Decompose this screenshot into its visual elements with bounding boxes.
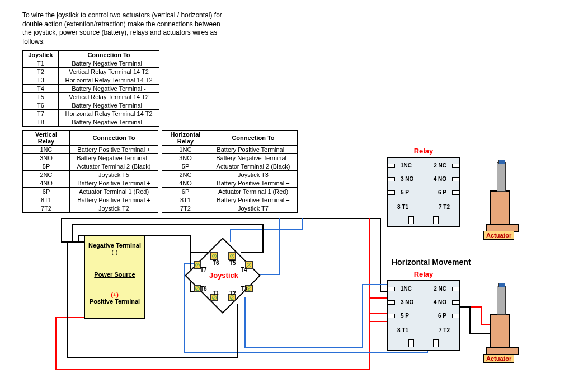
table-row: T7Horizontal Relay Terminal 14 T2: [23, 110, 159, 118]
table-row: 2NCJoystick T3: [162, 171, 298, 179]
table-row: 1NCBattery Positive Terminal +: [23, 146, 158, 154]
table-row: 6PActuator Terminal 1 (Red): [162, 188, 298, 196]
table-cell: Joystick T7: [209, 204, 298, 213]
table-row: 3NOBattery Negative Terminal -: [23, 154, 158, 162]
table-cell: Battery Positive Terminal +: [70, 196, 158, 204]
intro-text: To wire the joystick to control two actu…: [22, 11, 224, 46]
table-row: 7T2Joystick T2: [23, 204, 158, 213]
table-row: 8T1Battery Positive Terminal +: [23, 196, 158, 204]
table-row: 3NOBattery Negative Terminal -: [162, 154, 298, 162]
table-row: 2NCJoystick T5: [23, 171, 158, 179]
relay-top: Relay 1NC 2 NC 3 NO 4 NO 5 P 6 P 8 T1 7 …: [387, 157, 460, 227]
table-row: 5PActuator Terminal 2 (Black): [23, 162, 158, 171]
table-cell: 4NO: [162, 179, 209, 188]
table-row: T5Vertical Relay Terminal 14 T2: [23, 93, 159, 101]
horizontal-movement-label: Horizontal Movement: [392, 258, 471, 267]
table-cell: T8: [23, 118, 59, 127]
table-cell: Joystick T2: [70, 204, 158, 213]
table-row: T1Battery Negative Terminal -: [23, 59, 159, 68]
table-cell: Battery Positive Terminal +: [70, 146, 158, 154]
table-cell: 4NO: [23, 179, 70, 188]
table-cell: Joystick T5: [70, 171, 158, 179]
table-row: 1NCBattery Positive Terminal +: [162, 146, 298, 154]
table-row: 6PActuator Terminal 1 (Red): [23, 188, 158, 196]
table-cell: Actuator Terminal 1 (Red): [209, 188, 298, 196]
joystick-title: Joystick: [199, 271, 249, 280]
table-cell: 7T2: [162, 204, 209, 213]
table-cell: T7: [23, 110, 59, 118]
table-cell: T2: [23, 68, 59, 76]
table-cell: Vertical Relay Terminal 14 T2: [59, 93, 159, 101]
table-cell: T5: [23, 93, 59, 101]
table-row: T4Battery Negative Terminal -: [23, 85, 159, 93]
table-cell: 5P: [162, 162, 209, 171]
table-cell: 3NO: [162, 154, 209, 162]
table-cell: Battery Negative Terminal -: [59, 85, 159, 93]
table-cell: 8T1: [162, 196, 209, 204]
table-cell: Vertical Relay Terminal 14 T2: [59, 68, 159, 76]
horizontal-relay-table: Horizontal RelayConnection To 1NCBattery…: [162, 130, 298, 213]
table-cell: T3: [23, 76, 59, 85]
table-cell: 7T2: [23, 204, 70, 213]
table-row: 5PActuator Terminal 2 (Black): [162, 162, 298, 171]
table-cell: Battery Negative Terminal -: [70, 154, 158, 162]
table-cell: Actuator Terminal 2 (Black): [70, 162, 158, 171]
table-cell: Battery Positive Terminal +: [209, 179, 298, 188]
table-row: T2Vertical Relay Terminal 14 T2: [23, 68, 159, 76]
table-cell: 6P: [162, 188, 209, 196]
table-row: 4NOBattery Positive Terminal +: [162, 179, 298, 188]
actuator-bottom-label: Actuator: [483, 354, 514, 363]
table-cell: T1: [23, 59, 59, 68]
table-cell: Actuator Terminal 2 (Black): [209, 162, 298, 171]
table-cell: Horizontal Relay Terminal 14 T2: [59, 110, 159, 118]
table-cell: Battery Positive Terminal +: [209, 146, 298, 154]
power-source: Negative Terminal (-) Power Source (+) P…: [84, 235, 145, 319]
table-cell: 1NC: [23, 146, 70, 154]
table-row: 8T1Battery Positive Terminal +: [162, 196, 298, 204]
table-row: 7T2Joystick T7: [162, 204, 298, 213]
table-row: T6Battery Negative Terminal -: [23, 101, 159, 110]
table-cell: Actuator Terminal 1 (Red): [70, 188, 158, 196]
table-cell: 5P: [23, 162, 70, 171]
relay-bottom: Relay 1NC 2 NC 3 NO 4 NO 5 P 6 P 8 T1 7 …: [387, 280, 460, 351]
joystick-table: JoystickConnection To T1Battery Negative…: [22, 50, 159, 127]
table-cell: Battery Positive Terminal +: [209, 196, 298, 204]
table-cell: Battery Negative Terminal -: [59, 101, 159, 110]
actuator-top: [490, 190, 510, 225]
table-cell: Joystick T3: [209, 171, 298, 179]
table-cell: 1NC: [162, 146, 209, 154]
table-cell: 3NO: [23, 154, 70, 162]
table-cell: T4: [23, 85, 59, 93]
table-row: 4NOBattery Positive Terminal +: [23, 179, 158, 188]
table-cell: Battery Positive Terminal +: [70, 179, 158, 188]
table-row: T8Battery Negative Terminal -: [23, 118, 159, 127]
table-cell: 2NC: [162, 171, 209, 179]
table-cell: Battery Negative Terminal -: [59, 118, 159, 127]
table-cell: Battery Negative Terminal -: [59, 59, 159, 68]
table-cell: Battery Negative Terminal -: [209, 154, 298, 162]
table-cell: 8T1: [23, 196, 70, 204]
table-cell: 2NC: [23, 171, 70, 179]
table-cell: T6: [23, 101, 59, 110]
table-row: T3Horizontal Relay Terminal 14 T2: [23, 76, 159, 85]
wiring-diagram: Negative Terminal (-) Power Source (+) P…: [22, 218, 565, 377]
vertical-relay-table: Vertical RelayConnection To 1NCBattery P…: [22, 130, 158, 213]
table-cell: Horizontal Relay Terminal 14 T2: [59, 76, 159, 85]
actuator-bottom: [490, 314, 510, 348]
table-cell: 6P: [23, 188, 70, 196]
actuator-top-label: Actuator: [483, 231, 514, 240]
